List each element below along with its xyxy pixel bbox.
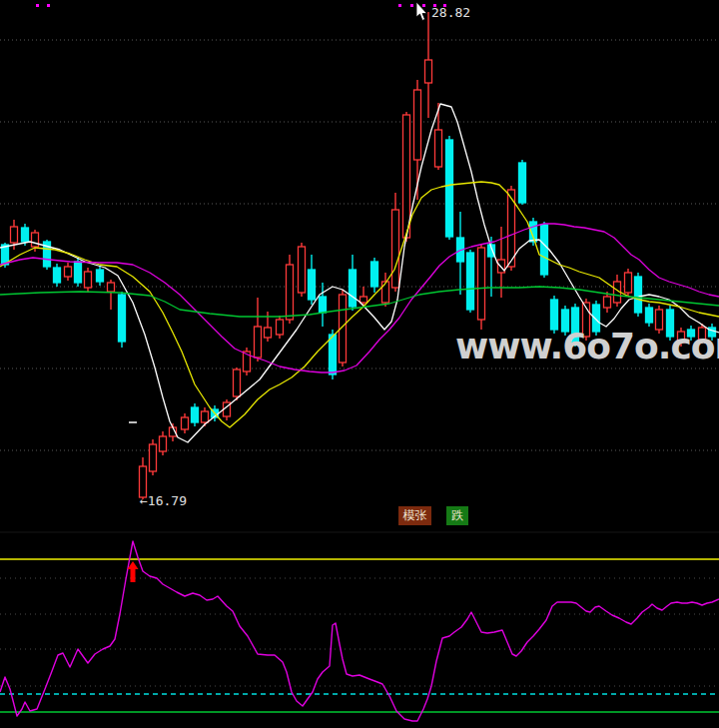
candle-body-down <box>371 262 378 287</box>
legend-up-chip[interactable]: 模张 <box>398 506 431 525</box>
candle-body-up <box>287 265 294 320</box>
candle-body-up <box>414 90 421 160</box>
candle-body-up <box>403 115 410 238</box>
candle-body-up <box>150 444 157 471</box>
candle-body-down <box>541 225 548 275</box>
candle-body-down <box>350 270 357 307</box>
marker-dot <box>398 4 401 7</box>
candle-body-up <box>625 273 632 293</box>
candle-body-down <box>635 277 642 313</box>
candle-body-down <box>446 140 453 237</box>
candle-body-up <box>234 369 241 396</box>
ma-line-white <box>0 104 719 442</box>
candle-body-up <box>478 248 485 320</box>
candle-body-up <box>265 328 272 338</box>
candle-body-up <box>160 436 167 451</box>
mouse-cursor-icon <box>415 2 429 22</box>
candle-body-up <box>65 267 72 277</box>
legend-down-chip[interactable]: 跌 <box>446 506 468 525</box>
candle-body-down <box>119 295 126 342</box>
candle-body-up <box>299 247 306 293</box>
candle-body-up <box>425 60 432 83</box>
marker-dot <box>410 4 413 7</box>
candle-body-down <box>519 163 526 203</box>
candle-body-down <box>320 297 327 313</box>
candle-body-up <box>277 320 284 335</box>
candle-body-down <box>97 270 104 282</box>
high-price-label: 28.82 <box>431 5 470 20</box>
candle-body-up <box>435 130 442 167</box>
candle-body-up <box>202 411 209 422</box>
candle-body-down <box>22 228 29 242</box>
candle-body-up <box>11 227 18 243</box>
candle-body-down <box>467 253 474 310</box>
watermark-text: www.6o7o.com <box>455 326 719 366</box>
candle-body-up <box>382 282 389 303</box>
candle-body-down <box>309 270 316 300</box>
candle-body-up <box>255 327 262 358</box>
candle-body-down <box>75 262 82 283</box>
candle-body-down <box>192 407 199 422</box>
candle-body-up <box>108 283 115 292</box>
candle-body-down <box>646 308 653 323</box>
candle-body-up <box>392 210 399 288</box>
candle-body-up <box>604 297 611 308</box>
low-price-label: ←16.79 <box>140 493 187 508</box>
marker-dot <box>36 4 39 7</box>
candle-body-down <box>54 268 61 283</box>
stock-chart-window: 28.82 ←16.79 www.6o7o.com 模张 跌 <box>0 0 719 728</box>
candle-body-up <box>32 233 39 247</box>
candle-body-up <box>360 297 367 303</box>
candle-body-up <box>182 417 189 429</box>
marker-dot <box>47 4 50 7</box>
candle-body-up <box>85 272 92 288</box>
candle-body-down <box>330 335 337 374</box>
